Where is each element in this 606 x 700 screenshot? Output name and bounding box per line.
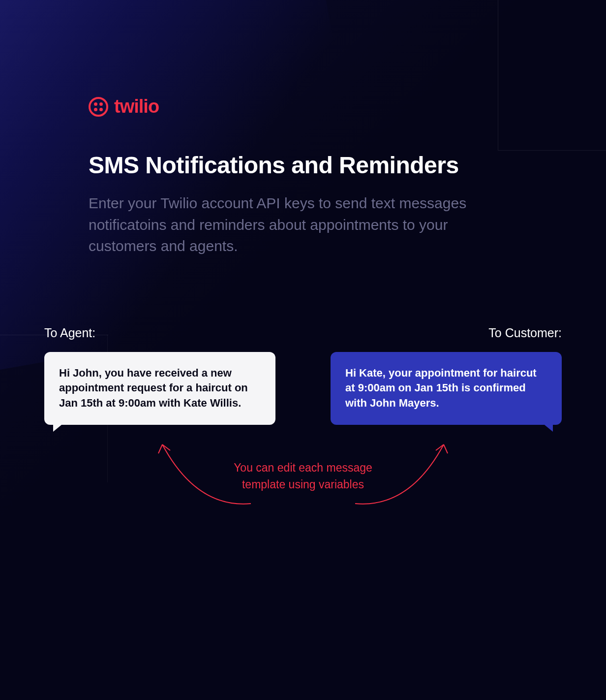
annotation: You can edit each message template using… [89, 459, 517, 493]
message-examples: To Agent: Hi John, you have received a n… [89, 326, 517, 425]
brand-name: twilio [114, 96, 159, 117]
svg-point-1 [94, 102, 97, 106]
svg-point-3 [94, 108, 97, 111]
brand-logo: twilio [89, 96, 517, 117]
svg-point-4 [99, 108, 103, 111]
svg-point-2 [99, 102, 103, 106]
main-content: twilio SMS Notifications and Reminders E… [0, 0, 606, 493]
page-title: SMS Notifications and Reminders [89, 152, 517, 179]
customer-message-bubble: Hi Kate, your appointment for haircut at… [331, 352, 562, 425]
customer-message-text: Hi Kate, your appointment for haircut at… [345, 367, 537, 410]
agent-label: To Agent: [44, 326, 275, 340]
customer-example: To Customer: Hi Kate, your appointment f… [331, 326, 562, 425]
agent-message-bubble: Hi John, you have received a new appoint… [44, 352, 275, 425]
svg-point-0 [90, 98, 107, 116]
page-description: Enter your Twilio account API keys to se… [89, 192, 507, 257]
agent-message-text: Hi John, you have received a new appoint… [59, 367, 248, 410]
agent-example: To Agent: Hi John, you have received a n… [44, 326, 275, 425]
arrow-right-icon [345, 430, 458, 513]
customer-label: To Customer: [488, 326, 562, 340]
twilio-icon [89, 97, 108, 117]
arrow-left-icon [148, 430, 261, 513]
